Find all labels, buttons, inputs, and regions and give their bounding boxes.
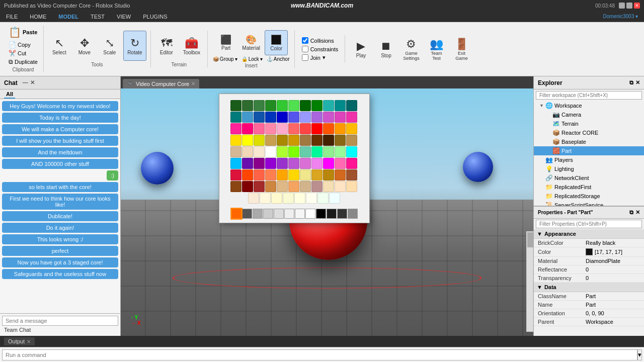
gray-cell[interactable] — [242, 209, 252, 219]
color-cell[interactable] — [346, 181, 357, 192]
color-cell[interactable] — [311, 100, 323, 111]
chat-input[interactable] — [2, 316, 118, 326]
lock-button[interactable]: 🔒 Lock ▾ — [242, 56, 263, 62]
toolbox-button[interactable]: 🧰 Toolbox — [180, 31, 203, 61]
close-button[interactable]: ✕ — [634, 3, 640, 9]
gray-cell[interactable] — [348, 209, 358, 219]
color-cell[interactable] — [300, 112, 311, 123]
tree-item-serverscriptservice[interactable]: 📜ServerScriptService — [534, 201, 644, 206]
color-cell[interactable] — [311, 135, 323, 146]
scale-button[interactable]: ⤡ Scale — [98, 31, 121, 61]
terrain-editor-button[interactable]: 🗺 Editor — [155, 31, 178, 61]
color-picker[interactable] — [219, 94, 370, 223]
tree-item-replicatedfirst[interactable]: 📁ReplicatedFirst — [534, 183, 644, 192]
color-cell[interactable] — [265, 158, 276, 169]
chat-minimize[interactable]: — — [23, 79, 28, 86]
constraints-checkbox-label[interactable]: Constraints — [302, 46, 339, 52]
menu-file[interactable]: FILE — [4, 13, 20, 21]
join-checkbox-label[interactable]: Join ▾ — [302, 54, 339, 61]
color-cell[interactable] — [271, 193, 282, 204]
color-cell[interactable] — [242, 123, 253, 134]
color-cell[interactable] — [288, 158, 299, 169]
menu-model[interactable]: MODEL — [56, 13, 80, 21]
color-cell[interactable] — [323, 123, 334, 134]
color-cell[interactable] — [311, 169, 323, 180]
color-cell[interactable] — [277, 135, 288, 146]
color-cell[interactable] — [335, 123, 346, 134]
paste-button[interactable]: 📋 Paste — [7, 26, 39, 39]
collisions-checkbox-label[interactable]: Collisions — [302, 37, 339, 44]
color-cell[interactable] — [323, 158, 334, 169]
output-tab[interactable]: Output ✕ — [4, 337, 35, 345]
color-cell[interactable] — [323, 169, 334, 180]
color-cell[interactable] — [242, 135, 253, 146]
color-cell[interactable] — [311, 123, 323, 134]
color-cell[interactable] — [311, 158, 323, 169]
explorer-filter-input[interactable] — [536, 91, 642, 100]
color-cell[interactable] — [346, 123, 357, 134]
color-cell[interactable] — [277, 112, 288, 123]
color-cell[interactable] — [300, 100, 311, 111]
color-cell[interactable] — [260, 193, 271, 204]
color-cell[interactable] — [254, 158, 265, 169]
color-cell[interactable] — [300, 123, 311, 134]
color-cell[interactable] — [300, 158, 311, 169]
color-cell[interactable] — [335, 100, 346, 111]
part-button[interactable]: ⬛ Part — [214, 30, 237, 55]
color-cell[interactable] — [248, 193, 259, 204]
viewport-tab-active[interactable]: 🎮 Video Computer Core ✕ — [123, 79, 199, 88]
color-cell[interactable] — [300, 135, 311, 146]
color-cell[interactable] — [254, 146, 265, 157]
properties-close[interactable]: ✕ — [635, 209, 640, 216]
color-cell[interactable] — [288, 135, 299, 146]
gray-cell[interactable] — [284, 209, 294, 219]
gray-cell[interactable] — [305, 209, 315, 219]
color-cell[interactable] — [242, 112, 253, 123]
color-cell[interactable] — [265, 135, 276, 146]
tree-item-reactor-core[interactable]: 📦Reactor CORE — [534, 128, 644, 137]
material-button[interactable]: 🎨 Material — [239, 30, 263, 55]
color-cell[interactable] — [294, 193, 305, 204]
cut-button[interactable]: ✂️ Cut — [7, 49, 39, 57]
color-cell[interactable] — [317, 193, 329, 204]
chat-close[interactable]: ✕ — [30, 79, 35, 86]
gray-cell[interactable] — [274, 209, 284, 219]
gray-cell[interactable] — [327, 209, 337, 219]
menu-test[interactable]: TEST — [89, 13, 107, 21]
explorer-close[interactable]: ✕ — [635, 79, 640, 86]
anchor-button[interactable]: ⚓ Anchor — [267, 56, 290, 62]
color-cell[interactable] — [265, 169, 276, 180]
color-cell[interactable] — [288, 169, 299, 180]
color-cell[interactable] — [335, 158, 346, 169]
tree-item-players[interactable]: 👥Players — [534, 155, 644, 164]
tree-item-workspace[interactable]: ▼🌐Workspace — [534, 101, 644, 110]
color-cell[interactable] — [277, 123, 288, 134]
color-cell[interactable] — [329, 193, 340, 204]
color-cell[interactable] — [288, 123, 299, 134]
color-cell[interactable] — [230, 146, 242, 157]
gray-cell[interactable] — [337, 209, 347, 219]
color-cell[interactable] — [277, 100, 288, 111]
menu-plugins[interactable]: PLUGINS — [141, 13, 169, 21]
color-cell[interactable] — [265, 123, 276, 134]
duplicate-button[interactable]: ⧉ Duplicate — [7, 58, 39, 66]
color-cell[interactable] — [335, 181, 346, 192]
color-cell[interactable] — [230, 158, 242, 169]
color-cell[interactable] — [346, 112, 357, 123]
color-cell[interactable] — [311, 146, 323, 157]
color-cell[interactable] — [300, 169, 311, 180]
color-cell[interactable] — [277, 158, 288, 169]
gray-cell[interactable] — [230, 208, 242, 220]
viewport[interactable]: ↑ Y → X — [121, 88, 533, 336]
properties-filter-input[interactable] — [536, 220, 642, 228]
data-section[interactable]: ▼Data — [534, 283, 644, 292]
menu-home[interactable]: HOME — [28, 13, 48, 21]
color-cell[interactable] — [230, 100, 242, 111]
color-cell[interactable] — [288, 146, 299, 157]
select-button[interactable]: ↖ Select — [48, 31, 71, 61]
gray-cell[interactable] — [263, 209, 273, 219]
color-cell[interactable] — [265, 181, 276, 192]
color-cell[interactable] — [277, 181, 288, 192]
command-dropdown[interactable]: ▾ — [637, 349, 642, 360]
properties-scrollbar[interactable] — [526, 231, 533, 332]
